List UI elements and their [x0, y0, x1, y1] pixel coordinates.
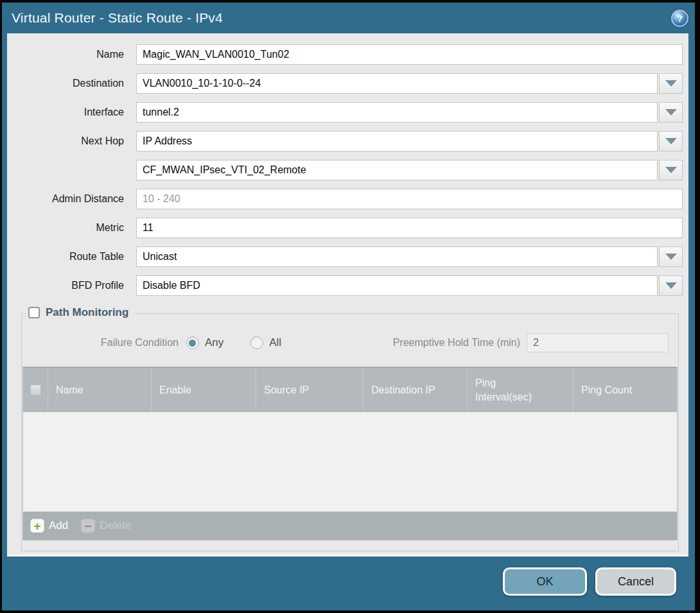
- table-header-checkbox-cell: [23, 368, 48, 412]
- failure-condition-any-radio[interactable]: [186, 336, 199, 349]
- cancel-button[interactable]: Cancel: [595, 567, 676, 596]
- failure-condition-row: Failure Condition Any All Preemptive Hol…: [22, 333, 669, 352]
- destination-dropdown-trigger[interactable]: [659, 73, 683, 94]
- path-monitoring-label: Path Monitoring: [46, 306, 128, 319]
- ok-button[interactable]: OK: [503, 567, 587, 596]
- add-button-label: Add: [49, 519, 68, 532]
- destination-label: Destination: [7, 78, 130, 89]
- radio-selected-dot: [189, 340, 196, 347]
- column-header-destination-ip[interactable]: Destination IP: [363, 368, 468, 412]
- column-header-ping-count[interactable]: Ping Count: [573, 368, 677, 412]
- bfd-profile-input[interactable]: [136, 275, 658, 296]
- path-monitoring-checkbox[interactable]: [28, 307, 40, 318]
- column-header-name[interactable]: Name: [48, 368, 152, 412]
- next-hop-dropdown-trigger[interactable]: [659, 131, 683, 151]
- form-row-interface: Interface: [7, 102, 683, 123]
- next-hop-address-input[interactable]: [136, 160, 658, 180]
- column-header-ping-interval[interactable]: Ping Interval(sec): [468, 368, 573, 412]
- preemptive-hold-time-label: Preemptive Hold Time (min): [393, 337, 520, 349]
- bfd-profile-dropdown-trigger[interactable]: [659, 275, 683, 296]
- delete-button[interactable]: − Delete: [81, 519, 131, 533]
- chevron-down-icon: [665, 282, 677, 289]
- form-row-destination: Destination: [7, 73, 683, 94]
- route-table-input[interactable]: [136, 246, 658, 267]
- name-label: Name: [7, 49, 130, 60]
- admin-distance-label: Admin Distance: [7, 193, 130, 205]
- chevron-down-icon: [665, 167, 677, 173]
- table-toolbar: + Add − Delete: [23, 512, 677, 540]
- interface-label: Interface: [7, 107, 130, 118]
- next-hop-label: Next Hop: [7, 135, 130, 147]
- dialog-title: Virtual Router - Static Route - IPv4: [12, 10, 223, 26]
- form-row-bfd-profile: BFD Profile: [7, 275, 683, 296]
- name-input[interactable]: [136, 44, 683, 65]
- path-monitoring-group: Path Monitoring Failure Condition Any Al…: [21, 313, 679, 551]
- form-row-metric: Metric: [7, 218, 683, 238]
- add-button[interactable]: + Add: [30, 519, 68, 533]
- failure-condition-all-radio[interactable]: [250, 336, 263, 349]
- failure-condition-all-label: All: [269, 336, 281, 349]
- destination-input[interactable]: [136, 73, 658, 94]
- route-table-label: Route Table: [7, 251, 130, 263]
- metric-input[interactable]: [136, 218, 683, 238]
- next-hop-type-input[interactable]: [136, 131, 658, 151]
- dialog-titlebar: Virtual Router - Static Route - IPv4 ?: [2, 3, 695, 33]
- delete-button-label: Delete: [100, 519, 131, 532]
- bfd-profile-label: BFD Profile: [7, 280, 130, 291]
- help-icon[interactable]: ?: [671, 10, 688, 27]
- table-header-row: Name Enable Source IP Destination IP Pin…: [23, 367, 677, 412]
- form-row-route-table: Route Table: [7, 246, 683, 267]
- dialog-footer: OK Cancel: [2, 557, 695, 611]
- form-row-next-hop-address: [7, 160, 683, 180]
- path-monitoring-table: Name Enable Source IP Destination IP Pin…: [22, 367, 678, 540]
- column-header-source-ip[interactable]: Source IP: [256, 368, 363, 412]
- path-monitoring-legend: Path Monitoring: [26, 306, 134, 319]
- form-row-name: Name: [7, 44, 683, 65]
- static-route-dialog: Virtual Router - Static Route - IPv4 ? N…: [0, 0, 700, 613]
- metric-label: Metric: [7, 222, 130, 234]
- select-all-checkbox[interactable]: [30, 384, 41, 395]
- chevron-down-icon: [665, 254, 677, 260]
- help-glyph: ?: [677, 13, 683, 24]
- interface-input[interactable]: [136, 102, 658, 123]
- interface-dropdown-trigger[interactable]: [659, 102, 683, 123]
- admin-distance-input[interactable]: [136, 189, 683, 209]
- next-hop-address-dropdown-trigger[interactable]: [659, 160, 683, 180]
- chevron-down-icon: [665, 109, 677, 116]
- route-table-dropdown-trigger[interactable]: [659, 246, 683, 267]
- plus-icon: +: [30, 519, 44, 533]
- chevron-down-icon: [665, 80, 677, 87]
- form-row-next-hop: Next Hop: [7, 131, 683, 151]
- table-body-empty: [23, 412, 677, 512]
- dialog-body: Name Destination Interface: [7, 33, 688, 557]
- form-row-admin-distance: Admin Distance: [7, 189, 683, 209]
- minus-icon: −: [81, 519, 95, 533]
- failure-condition-any-label: Any: [205, 336, 223, 349]
- chevron-down-icon: [665, 138, 677, 144]
- preemptive-hold-time-input[interactable]: [527, 333, 669, 352]
- failure-condition-label: Failure Condition: [101, 337, 179, 349]
- column-header-enable[interactable]: Enable: [152, 368, 256, 412]
